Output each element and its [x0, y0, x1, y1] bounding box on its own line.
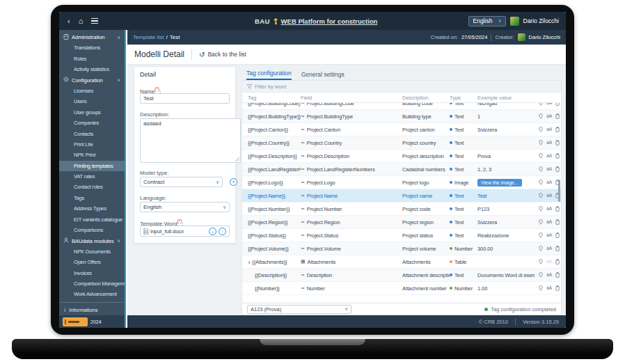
table-row[interactable]: {{Project.Logo}}≂Project.LogoProject log…	[242, 176, 561, 189]
sidebar-item-user-groups[interactable]: User groups	[59, 107, 125, 118]
view-image-button[interactable]: View the image...	[477, 179, 522, 187]
pin-icon[interactable]	[539, 246, 543, 251]
format-icon[interactable]: aA	[546, 103, 552, 105]
format-icon[interactable]: aA	[546, 207, 552, 212]
pin-icon[interactable]	[539, 219, 543, 225]
format-icon[interactable]: aA	[546, 220, 552, 225]
sidebar-item-vat-rates[interactable]: VAT rates	[59, 171, 125, 182]
table-row[interactable]: {{Project.Status}}≂Project.StatusProject…	[242, 229, 561, 242]
avatar[interactable]	[510, 17, 519, 26]
copy-icon[interactable]	[555, 232, 560, 238]
format-icon[interactable]: aA	[546, 233, 552, 238]
pin-icon[interactable]	[539, 193, 543, 198]
sidebar-item-work-advancement[interactable]: Work Advancement	[59, 289, 125, 299]
copy-icon[interactable]	[555, 127, 560, 132]
format-icon[interactable]: aA	[546, 246, 552, 251]
download-icon[interactable]: ↓	[209, 228, 216, 235]
table-row[interactable]: {{Project.Canton}}≂Project.CantonProject…	[242, 123, 561, 136]
pin-icon[interactable]	[539, 127, 543, 132]
sidebar-item-print-lite[interactable]: Print Lite	[59, 139, 125, 150]
filter-bar[interactable]: Filter by word	[242, 80, 562, 93]
copy-icon[interactable]	[555, 166, 560, 172]
format-icon[interactable]: aA	[546, 273, 552, 278]
copy-icon[interactable]	[555, 140, 560, 145]
upload-icon[interactable]: ↑	[219, 228, 226, 235]
sidebar-item-contacts[interactable]: Contacts	[59, 129, 125, 139]
format-icon[interactable]: aA	[546, 260, 552, 264]
sidebar-item-comparisons[interactable]: Comparisons	[59, 225, 125, 235]
tab-general-settings[interactable]: General settings	[301, 71, 345, 80]
sidebar-item-users[interactable]: Users	[59, 96, 125, 106]
pin-icon[interactable]	[539, 113, 543, 119]
sidebar-item-invoices[interactable]: Invoices	[59, 268, 125, 278]
expand-chevron-icon[interactable]: ∨	[248, 260, 251, 264]
description-field[interactable]: asdasd	[140, 118, 241, 163]
format-icon[interactable]: aA	[546, 286, 552, 291]
sidebar-item-printing-templates[interactable]: Printing templates	[59, 161, 125, 171]
sidebar-item-tags[interactable]: Tags	[59, 193, 125, 203]
sidebar-section-baudata-modules[interactable]: BAUdata modules∨	[59, 235, 125, 246]
template-file-row[interactable]: input_full.docx ↓ ↑	[140, 225, 230, 237]
format-icon[interactable]: aA	[546, 167, 552, 172]
pin-icon[interactable]	[539, 272, 543, 278]
sidebar-item-address-types[interactable]: Address Types	[59, 203, 125, 214]
format-icon[interactable]: aA	[546, 180, 552, 185]
copy-icon[interactable]	[555, 206, 560, 212]
copy-icon[interactable]	[555, 113, 560, 119]
home-icon[interactable]: ⌂	[79, 17, 84, 25]
example-project-select[interactable]: A123 (Prova) ∨	[247, 305, 351, 314]
pin-icon[interactable]	[539, 259, 543, 264]
back-chevron-icon[interactable]: ‹	[68, 17, 70, 25]
table-row[interactable]: {{Project.Description}}≂Project.Descript…	[242, 150, 561, 163]
pin-icon[interactable]	[539, 232, 543, 238]
table-row[interactable]: {{Project.Name}}≂Project.NameProject nam…	[242, 189, 561, 203]
copy-icon[interactable]	[555, 103, 560, 106]
brand[interactable]: BAU WEB Platform for construction	[164, 17, 468, 25]
tab-tag-configuration[interactable]: Tag configuration	[246, 70, 292, 80]
pin-icon[interactable]	[539, 140, 543, 145]
sidebar-item-roles[interactable]: Roles	[59, 54, 125, 64]
sidebar-section-configuration[interactable]: Configuration∨	[59, 75, 125, 86]
pin-icon[interactable]	[539, 180, 543, 185]
table-row[interactable]: {{Description}}≂DescriptionAttachment de…	[242, 269, 561, 282]
language-field-select[interactable]: English ∨	[140, 202, 230, 212]
menu-icon[interactable]	[91, 18, 98, 24]
table-row[interactable]: {{Project.Region}}≂Project.RegionProject…	[242, 216, 561, 229]
copy-icon[interactable]	[555, 259, 560, 264]
sidebar-section-administration[interactable]: Administration∨	[59, 32, 125, 42]
pin-icon[interactable]	[539, 103, 543, 106]
language-select[interactable]: English ∨	[468, 16, 505, 26]
copy-icon[interactable]	[555, 272, 560, 278]
table-row[interactable]: {{Project.Number}}≂Project.NumberProject…	[242, 203, 561, 216]
format-icon[interactable]: aA	[546, 127, 552, 132]
sidebar-item-eit-variants-catalogue[interactable]: EIT variants catalogue	[59, 214, 125, 225]
sidebar-item-translations[interactable]: Translations	[59, 42, 125, 53]
table-row[interactable]: {{Project.LandRegisterNumbers}}≂Project.…	[242, 163, 561, 176]
name-field[interactable]: Test	[140, 93, 230, 104]
sidebar-item-activity-statistics[interactable]: Activity statistics	[59, 64, 125, 74]
copy-icon[interactable]	[555, 153, 560, 159]
format-icon[interactable]: aA	[546, 193, 552, 198]
pin-icon[interactable]	[539, 153, 543, 159]
sidebar-item-npk-print[interactable]: NPK Print	[59, 150, 125, 160]
table-row[interactable]: {{Project.BuildingType}}≂Project.Buildin…	[242, 110, 561, 123]
sidebar-item-licenses[interactable]: Licenses	[59, 86, 125, 96]
table-row[interactable]: {{Project.Country}}≂Project.CountryProje…	[242, 136, 561, 150]
resize-handle-icon[interactable]	[235, 157, 239, 161]
scrollbar-thumb[interactable]	[558, 180, 560, 202]
pin-icon[interactable]	[539, 285, 543, 291]
format-icon[interactable]: aA	[546, 114, 552, 119]
model-type-select[interactable]: Contract ∨	[140, 177, 223, 187]
sidebar-item-informations[interactable]: i Informations	[59, 304, 125, 315]
sidebar-item-comparison-management[interactable]: Comparison Management	[59, 278, 125, 289]
sidebar-item-open-offers[interactable]: Open Offers	[59, 257, 125, 267]
pin-icon[interactable]	[539, 166, 543, 172]
table-row[interactable]: ∨{{Attachments}}▦AttachmentsAttachmentsT…	[242, 255, 561, 269]
table-row[interactable]: {{Project.BuildingCode}}≂Project.Buildin…	[242, 103, 561, 110]
table-row[interactable]: {{Number}}≂NumberAttachment numberNumber…	[242, 282, 561, 295]
sidebar-item-companies[interactable]: Companies	[59, 118, 125, 128]
breadcrumb-link[interactable]: Template list	[133, 34, 164, 40]
copy-icon[interactable]	[555, 219, 560, 225]
sidebar-item-contact-roles[interactable]: Contact roles	[59, 182, 125, 192]
copy-icon[interactable]	[555, 285, 560, 291]
